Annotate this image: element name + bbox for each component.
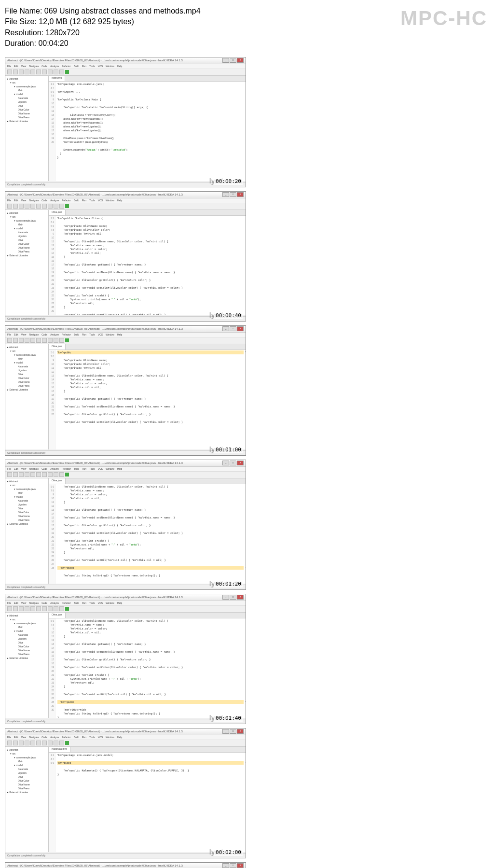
project-tree[interactable]: ▸ Abstract▾ src▾ com.example.javaMain▾ m…	[5, 210, 49, 315]
tree-item[interactable]: Main	[6, 759, 47, 763]
menu-item[interactable]: Window	[106, 65, 114, 68]
tree-item[interactable]: Main	[6, 357, 47, 361]
menu-item[interactable]: Run	[82, 467, 86, 471]
menu-item[interactable]: Tools	[89, 199, 95, 202]
tree-root[interactable]: ▸ Abstract	[6, 614, 47, 617]
tree-item[interactable]: ▸ External Libraries	[6, 790, 47, 794]
tree-item[interactable]: ▾ model	[6, 495, 47, 499]
menu-item[interactable]: VCS	[98, 602, 103, 605]
menu-item[interactable]: Build	[74, 467, 79, 471]
toolbar-icon[interactable]	[42, 472, 47, 477]
run-icon[interactable]	[65, 204, 69, 208]
toolbar-icon[interactable]	[36, 741, 41, 745]
toolbar-icon[interactable]	[7, 204, 12, 209]
menu-item[interactable]: Navigate	[29, 602, 39, 605]
tree-item[interactable]: OliveName	[6, 514, 47, 518]
code-editor[interactable]: Olive.java1 2 3 4 5 6 7 8 9 10 11 12 13 …	[49, 210, 246, 315]
project-tree[interactable]: ▸ Abstract▾ src▾ com.example.javaMain▾ m…	[5, 344, 49, 449]
menu-item[interactable]: Help	[117, 602, 122, 605]
code-editor[interactable]: Olive.java5 6 7 8 9 10 11 12 13 14 15 16…	[49, 478, 246, 584]
menu-item[interactable]: Refactor	[62, 602, 71, 605]
toolbar-icon[interactable]	[48, 70, 53, 74]
tree-item[interactable]: Kalamata	[6, 364, 47, 368]
tree-item[interactable]: Olive	[6, 641, 47, 644]
tree-root[interactable]: ▸ Abstract	[6, 748, 47, 752]
tree-item[interactable]: ▸ External Libraries	[6, 656, 47, 660]
menu-item[interactable]: Run	[82, 199, 86, 202]
toolbar-icon[interactable]	[25, 338, 29, 343]
menu-item[interactable]: Code	[41, 467, 47, 471]
tree-item[interactable]: Olive	[6, 104, 47, 108]
toolbar-icon[interactable]	[54, 204, 58, 209]
toolbar-icon[interactable]	[7, 741, 12, 745]
toolbar-icon[interactable]	[54, 606, 58, 611]
menu-item[interactable]: Navigate	[29, 199, 39, 202]
tree-root[interactable]: ▸ Abstract	[6, 479, 47, 483]
tree-item[interactable]: Kalamata	[6, 633, 47, 637]
tree-root[interactable]: ▸ Abstract	[6, 345, 47, 349]
menu-item[interactable]: Analyze	[50, 65, 59, 68]
toolbar-icon[interactable]	[19, 70, 24, 74]
editor-tab[interactable]: Olive.java	[49, 613, 66, 618]
tree-item[interactable]: Main	[6, 88, 47, 92]
menu-item[interactable]: Edit	[14, 333, 18, 336]
code-content[interactable]: "kw">package com.example.java.model; "kw…	[55, 753, 246, 852]
menu-item[interactable]: Refactor	[62, 199, 71, 202]
tree-item[interactable]: OliveName	[6, 246, 47, 250]
minimize-button[interactable]: _	[222, 326, 229, 331]
tree-item[interactable]: Ligurian	[6, 368, 47, 372]
toolbar-icon[interactable]	[54, 70, 58, 74]
toolbar-icon[interactable]	[59, 472, 64, 477]
tree-item[interactable]: OliveName	[6, 783, 47, 786]
menu-item[interactable]: Tools	[89, 65, 95, 68]
tree-item[interactable]: OlivePress	[6, 518, 47, 522]
tree-item[interactable]: OliveName	[6, 112, 47, 115]
toolbar-icon[interactable]	[42, 70, 47, 74]
run-icon[interactable]	[65, 70, 69, 74]
menu-item[interactable]: Build	[74, 602, 79, 605]
toolbar-icon[interactable]	[13, 606, 18, 611]
maximize-button[interactable]: □	[230, 863, 236, 868]
editor-tab[interactable]: Olive.java	[49, 478, 66, 484]
project-tree[interactable]: ▸ Abstract▾ src▾ com.example.javaMain▾ m…	[5, 76, 49, 181]
menu-item[interactable]: Refactor	[62, 333, 71, 336]
menu-item[interactable]: Help	[117, 333, 122, 336]
toolbar-icon[interactable]	[13, 472, 18, 477]
menu-item[interactable]: Tools	[89, 333, 95, 336]
toolbar-icon[interactable]	[25, 741, 29, 745]
menu-item[interactable]: Code	[41, 333, 47, 336]
run-icon[interactable]	[65, 607, 69, 611]
menu-item[interactable]: Help	[117, 736, 122, 739]
menu-item[interactable]: View	[21, 65, 27, 68]
editor-tab[interactable]: Main.java	[49, 76, 65, 81]
menu-item[interactable]: Build	[74, 199, 79, 202]
toolbar-icon[interactable]	[59, 606, 64, 611]
menu-item[interactable]: VCS	[98, 736, 103, 739]
toolbar-icon[interactable]	[42, 204, 47, 209]
run-icon[interactable]	[65, 473, 69, 476]
toolbar-icon[interactable]	[59, 338, 64, 343]
toolbar-icon[interactable]	[25, 204, 29, 209]
tree-item[interactable]: ▸ External Libraries	[6, 253, 47, 257]
menu-item[interactable]: Analyze	[50, 199, 59, 202]
toolbar-icon[interactable]	[42, 741, 47, 745]
toolbar-icon[interactable]	[25, 70, 29, 74]
menu-item[interactable]: View	[21, 602, 27, 605]
tree-item[interactable]: ▾ src	[6, 752, 47, 756]
menu-item[interactable]: File	[7, 65, 11, 68]
maximize-button[interactable]: □	[230, 326, 236, 331]
toolbar-icon[interactable]	[13, 741, 18, 745]
menu-item[interactable]: File	[7, 199, 11, 202]
code-content[interactable]: "kw">public "kw">abstract "kw">class Oli…	[55, 350, 246, 449]
close-button[interactable]: ×	[237, 595, 244, 600]
tree-item[interactable]: OlivePress	[6, 786, 47, 790]
toolbar-icon[interactable]	[7, 70, 12, 74]
tree-item[interactable]: ▸ External Libraries	[6, 522, 47, 526]
editor-tab[interactable]: Kalamata.java	[49, 747, 70, 752]
tree-item[interactable]: Olive	[6, 506, 47, 510]
code-editor[interactable]: Olive.java5 6 7 8 9 10 11 12 13 14 15 16…	[49, 613, 246, 718]
menu-item[interactable]: Window	[106, 333, 114, 336]
tree-item[interactable]: Kalamata	[6, 499, 47, 503]
menu-item[interactable]: Build	[74, 736, 79, 739]
tree-item[interactable]: Olive	[6, 372, 47, 376]
